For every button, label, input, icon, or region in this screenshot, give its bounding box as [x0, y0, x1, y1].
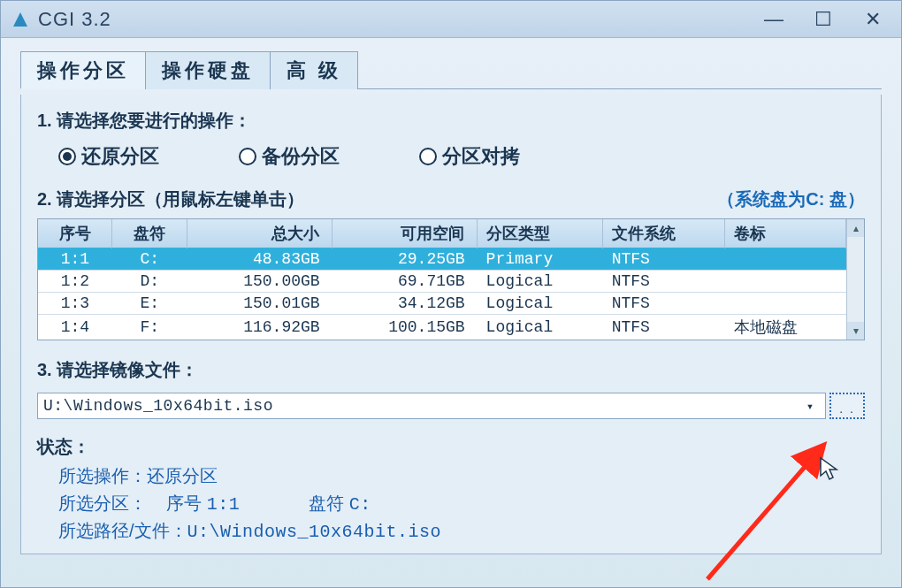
scroll-up-icon[interactable]: ▴: [847, 219, 864, 237]
table-cell: Logical: [478, 271, 603, 293]
status-op-line: 所选操作：还原分区: [37, 464, 865, 488]
col-fs[interactable]: 文件系统: [603, 219, 725, 248]
status-part-idx-label: 序号: [166, 493, 202, 513]
tab-panel: 1. 请选择您要进行的操作： 还原分区 备份分区 分区对拷: [20, 95, 882, 554]
step2-hint: （系统盘为C: 盘）: [717, 187, 865, 211]
partition-table: 序号 盘符 总大小 可用空间 分区类型 文件系统 卷标 1:1C:48.83GB…: [38, 219, 846, 340]
table-row[interactable]: 1:1C:48.83GB29.25GBPrimaryNTFS: [38, 248, 846, 271]
operation-radio-group: 还原分区 备份分区 分区对拷: [37, 143, 865, 170]
col-total[interactable]: 总大小: [187, 219, 333, 248]
table-cell: D:: [112, 271, 187, 293]
table-cell: NTFS: [603, 271, 725, 293]
status-part-drive-value: C:: [349, 494, 371, 515]
status-path-line: 所选路径/文件：U:\Windows_10x64bit.iso: [37, 519, 865, 543]
col-label[interactable]: 卷标: [725, 219, 846, 248]
radio-dot-icon: [419, 148, 437, 165]
table-cell: E:: [112, 293, 187, 315]
table-scrollbar[interactable]: ▴ ▾: [846, 219, 864, 340]
table-cell: 1:2: [38, 271, 112, 293]
partition-table-container: 序号 盘符 总大小 可用空间 分区类型 文件系统 卷标 1:1C:48.83GB…: [37, 218, 865, 340]
client-area: 操作分区 操作硬盘 高 级 1. 请选择您要进行的操作： 还原分区 备份分区: [1, 38, 901, 587]
table-cell: F:: [112, 315, 187, 340]
table-row[interactable]: 1:4F:116.92GB100.15GBLogicalNTFS本地磁盘: [38, 315, 846, 340]
table-row[interactable]: 1:3E:150.01GB34.12GBLogicalNTFS: [38, 293, 846, 315]
step3-section: 3. 请选择镜像文件： U:\Windows_10x64bit.iso ▾ . …: [37, 358, 865, 419]
table-cell: 29.25GB: [333, 248, 478, 271]
table-cell: 150.01GB: [187, 293, 333, 315]
step1-section: 1. 请选择您要进行的操作： 还原分区 备份分区 分区对拷: [37, 109, 865, 170]
step1-label: 1. 请选择您要进行的操作：: [37, 109, 865, 133]
status-path-label: 所选路径/文件：: [58, 521, 187, 540]
table-cell: [725, 271, 846, 293]
table-cell: 1:4: [38, 315, 112, 340]
table-cell: Primary: [478, 248, 603, 271]
image-path-combobox[interactable]: U:\Windows_10x64bit.iso ▾: [37, 393, 826, 419]
table-cell: Logical: [478, 315, 603, 340]
table-cell: 34.12GB: [333, 293, 478, 315]
table-cell: NTFS: [603, 293, 725, 315]
radio-restore-label: 还原分区: [81, 143, 159, 170]
app-window: CGI 3.2 — ☐ ✕ 操作分区 操作硬盘 高 级 1. 请选择您要进行的操…: [0, 0, 902, 588]
scroll-down-icon[interactable]: ▾: [847, 322, 864, 340]
browse-button[interactable]: . .: [829, 393, 865, 419]
maximize-button[interactable]: ☐: [799, 1, 848, 37]
col-free[interactable]: 可用空间: [333, 219, 478, 248]
radio-copy-label: 分区对拷: [442, 143, 520, 170]
radio-backup-label: 备份分区: [262, 143, 340, 170]
svg-marker-0: [13, 12, 27, 27]
table-cell: 116.92GB: [187, 315, 333, 340]
radio-restore[interactable]: 还原分区: [58, 143, 159, 170]
chevron-down-icon[interactable]: ▾: [800, 399, 820, 414]
tab-partition[interactable]: 操作分区: [20, 51, 146, 89]
table-cell: [725, 248, 846, 271]
table-cell: 本地磁盘: [725, 315, 846, 340]
radio-backup[interactable]: 备份分区: [239, 143, 340, 170]
minimize-button[interactable]: —: [749, 1, 799, 37]
col-index[interactable]: 序号: [38, 219, 112, 248]
app-icon: [11, 11, 29, 28]
status-title: 状态：: [37, 435, 865, 459]
status-section: 状态： 所选操作：还原分区 所选分区： 序号 1:1 盘符 C: 所选路径/文件…: [37, 435, 865, 543]
step2-section: 2. 请选择分区（用鼠标左键单击） （系统盘为C: 盘） 序号 盘符 总大小 可…: [37, 187, 865, 340]
image-path-value: U:\Windows_10x64bit.iso: [43, 397, 273, 415]
table-cell: NTFS: [603, 315, 725, 340]
table-cell: 150.00GB: [187, 271, 333, 293]
table-cell: 1:1: [38, 248, 112, 271]
table-row[interactable]: 1:2D:150.00GB69.71GBLogicalNTFS: [38, 271, 846, 293]
status-part-drive-label: 盘符: [309, 493, 344, 513]
radio-dot-icon: [239, 148, 256, 165]
radio-copy[interactable]: 分区对拷: [419, 143, 520, 170]
table-cell: 100.15GB: [333, 315, 478, 340]
table-cell: Logical: [478, 293, 603, 315]
status-part-label: 所选分区：: [58, 493, 147, 513]
col-drive[interactable]: 盘符: [112, 219, 187, 248]
table-cell: NTFS: [603, 248, 725, 271]
table-cell: C:: [112, 248, 187, 271]
status-partition-line: 所选分区： 序号 1:1 盘符 C:: [37, 492, 865, 515]
tab-bar: 操作分区 操作硬盘 高 级: [20, 50, 882, 89]
table-cell: 48.83GB: [187, 248, 333, 271]
tab-disk[interactable]: 操作硬盘: [145, 51, 271, 89]
status-part-idx-value: 1:1: [207, 494, 241, 515]
title-bar: CGI 3.2 — ☐ ✕: [1, 1, 901, 38]
step3-label: 3. 请选择镜像文件：: [37, 358, 865, 382]
col-ptype[interactable]: 分区类型: [478, 219, 603, 248]
status-op-label: 所选操作：: [58, 466, 147, 485]
radio-dot-icon: [58, 148, 76, 165]
table-cell: 1:3: [38, 293, 112, 315]
close-button[interactable]: ✕: [848, 1, 898, 37]
window-title: CGI 3.2: [38, 8, 749, 31]
window-controls: — ☐ ✕: [749, 1, 898, 37]
step2-label: 2. 请选择分区（用鼠标左键单击）: [37, 187, 304, 211]
status-op-value: 还原分区: [147, 466, 218, 485]
tab-advanced[interactable]: 高 级: [270, 51, 358, 89]
table-cell: [725, 293, 846, 315]
table-cell: 69.71GB: [333, 271, 478, 293]
status-path-value: U:\Windows_10x64bit.iso: [187, 522, 442, 542]
